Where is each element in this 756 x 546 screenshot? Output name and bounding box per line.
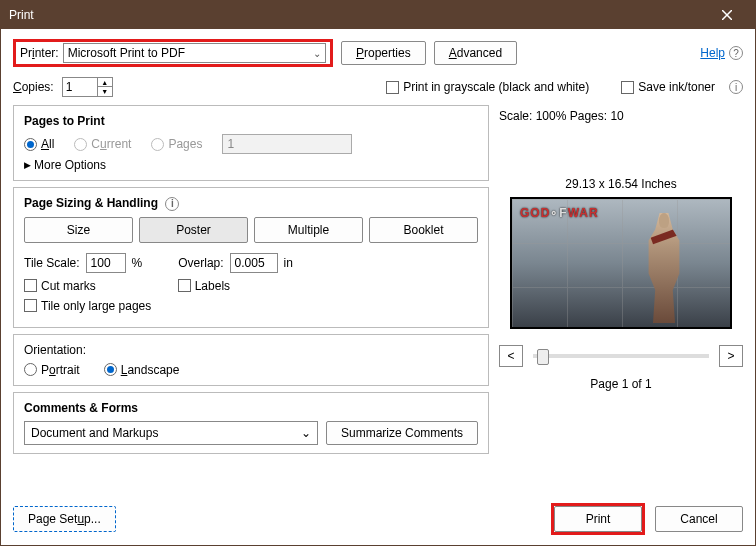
labels-checkbox[interactable]: Labels — [178, 279, 230, 293]
help-link[interactable]: Help — [700, 46, 725, 60]
grayscale-label: Print in grayscale (black and white) — [403, 80, 589, 94]
cut-marks-checkbox[interactable]: Cut marks — [24, 279, 96, 293]
preview-figure — [642, 213, 686, 323]
orientation-panel: Orientation: Portrait Landscape — [13, 334, 489, 386]
comments-panel: Comments & Forms Document and Markups ⌄ … — [13, 392, 489, 454]
pages-all-radio[interactable]: All — [24, 137, 54, 151]
summarize-button[interactable]: Summarize Comments — [326, 421, 478, 445]
tile-scale-label: Tile Scale: — [24, 256, 80, 270]
overlap-input[interactable] — [230, 253, 278, 273]
page-setup-button[interactable]: Page Setup... — [13, 506, 116, 532]
copies-spinner[interactable]: ▲▼ — [62, 77, 113, 97]
preview-image: GOD∘FWAR — [510, 197, 732, 329]
title-bar: Print — [1, 1, 755, 29]
page-slider[interactable] — [533, 354, 709, 358]
landscape-radio[interactable]: Landscape — [104, 363, 180, 377]
tile-only-checkbox[interactable]: Tile only large pages — [24, 299, 151, 313]
print-highlight: Print — [551, 503, 645, 535]
radio-icon — [74, 138, 87, 151]
tile-scale-input[interactable] — [86, 253, 126, 273]
checkbox-icon — [386, 81, 399, 94]
close-button[interactable] — [707, 1, 747, 29]
printer-select[interactable]: Microsoft Print to PDF ⌄ — [63, 43, 326, 63]
tile-scale-unit: % — [132, 256, 143, 270]
next-page-button[interactable]: > — [719, 345, 743, 367]
page-indicator: Page 1 of 1 — [499, 377, 743, 391]
prev-page-button[interactable]: < — [499, 345, 523, 367]
radio-icon — [24, 138, 37, 151]
pages-range-input[interactable] — [222, 134, 352, 154]
copies-label: Copies: — [13, 80, 54, 94]
sizing-panel: Page Sizing & Handling i Size Poster Mul… — [13, 187, 489, 328]
pages-current-radio[interactable]: Current — [74, 137, 131, 151]
sizing-info-icon[interactable]: i — [165, 197, 179, 211]
close-icon — [722, 10, 732, 20]
chevron-down-icon: ⌄ — [313, 48, 321, 59]
multiple-button[interactable]: Multiple — [254, 217, 363, 243]
overlap-unit: in — [284, 256, 293, 270]
help-info-icon[interactable]: ? — [729, 46, 743, 60]
window-title: Print — [9, 8, 707, 22]
cancel-button[interactable]: Cancel — [655, 506, 743, 532]
checkbox-icon — [24, 279, 37, 292]
scale-text: Scale: 100% Pages: 10 — [499, 109, 743, 123]
overlap-label: Overlap: — [178, 256, 223, 270]
checkbox-icon — [621, 81, 634, 94]
printer-highlight: Printer: Microsoft Print to PDF ⌄ — [13, 39, 333, 67]
radio-icon — [104, 363, 117, 376]
comments-dropdown[interactable]: Document and Markups ⌄ — [24, 421, 318, 445]
checkbox-icon — [24, 299, 37, 312]
triangle-right-icon: ▶ — [24, 160, 31, 170]
save-ink-checkbox[interactable]: Save ink/toner — [621, 80, 715, 94]
poster-button[interactable]: Poster — [139, 217, 248, 243]
pages-pages-radio[interactable]: Pages — [151, 137, 202, 151]
size-button[interactable]: Size — [24, 217, 133, 243]
pages-panel: Pages to Print All Current Pages — [13, 105, 489, 181]
booklet-button[interactable]: Booklet — [369, 217, 478, 243]
more-options-toggle[interactable]: ▶ More Options — [24, 158, 478, 172]
checkbox-icon — [178, 279, 191, 292]
comments-heading: Comments & Forms — [24, 401, 478, 415]
ink-info-icon[interactable]: i — [729, 80, 743, 94]
advanced-button[interactable]: Advanced — [434, 41, 517, 65]
sizing-heading: Page Sizing & Handling i — [24, 196, 478, 211]
pages-heading: Pages to Print — [24, 114, 478, 128]
save-ink-label: Save ink/toner — [638, 80, 715, 94]
dimensions-text: 29.13 x 16.54 Inches — [499, 177, 743, 191]
printer-label: Printer: — [20, 46, 59, 60]
preview-logo: GOD∘FWAR — [520, 205, 599, 221]
copies-down[interactable]: ▼ — [98, 87, 112, 96]
radio-icon — [151, 138, 164, 151]
grayscale-checkbox[interactable]: Print in grayscale (black and white) — [386, 80, 589, 94]
chevron-down-icon: ⌄ — [301, 426, 311, 440]
copies-up[interactable]: ▲ — [98, 78, 112, 87]
print-button[interactable]: Print — [554, 506, 642, 532]
copies-input[interactable] — [62, 77, 98, 97]
properties-button[interactable]: Properties — [341, 41, 426, 65]
portrait-radio[interactable]: Portrait — [24, 363, 80, 377]
radio-icon — [24, 363, 37, 376]
orientation-heading: Orientation: — [24, 343, 478, 357]
printer-value: Microsoft Print to PDF — [68, 46, 185, 60]
